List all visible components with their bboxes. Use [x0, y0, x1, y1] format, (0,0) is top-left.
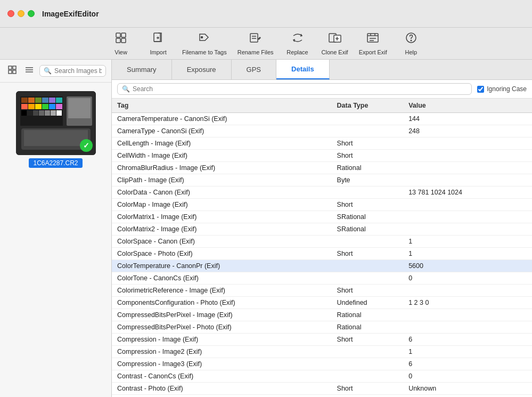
table-row[interactable]: CompressedBitsPerPixel - Image (Exif)Rat… [112, 309, 532, 321]
table-row[interactable]: ChromaBlurRadius - Image (Exif)Rational [112, 162, 532, 174]
toolbar-help[interactable]: Help [398, 31, 424, 55]
table-row[interactable]: ColorTemperature - CanonPr (Exif)5600 [112, 260, 532, 272]
content-search-input[interactable] [133, 85, 467, 93]
app-title: ImageExifEditor [42, 10, 99, 18]
toolbar-rename-files[interactable]: Rename Files [238, 31, 274, 55]
cell-tag: ChromaBlurRadius - Image (Exif) [112, 162, 332, 174]
exif-data-table: Tag Data Type Value CameraTemperature - … [112, 99, 532, 397]
cell-tag: ColorMatrix1 - Image (Exif) [112, 211, 332, 223]
content-search-bar: 🔍 Ignoring Case [112, 80, 532, 99]
tab-gps[interactable]: GPS [232, 60, 276, 79]
tab-summary[interactable]: Summary [112, 60, 172, 79]
table-row[interactable]: ColorimetricReference - Image (Exif)Shor… [112, 285, 532, 297]
table-row[interactable]: ComponentsConfiguration - Photo (Exif)Un… [112, 297, 532, 309]
toolbar-import-label: Import [150, 49, 167, 55]
toolbar-replace-label: Replace [287, 49, 308, 55]
svg-rect-47 [45, 110, 50, 116]
toolbar-replace[interactable]: Replace [284, 31, 311, 55]
table-row[interactable]: ColorSpace - Photo (Exif)Short1 [112, 248, 532, 260]
grid-view-button[interactable] [5, 64, 19, 78]
sidebar-search-input[interactable] [54, 67, 102, 75]
table-row[interactable]: CellLength - Image (Exif)Short [112, 137, 532, 150]
tab-details[interactable]: Details [276, 60, 330, 79]
table-row[interactable]: Copyright - Image (Exif)Ascii [112, 395, 532, 398]
svg-rect-35 [49, 98, 55, 103]
table-row[interactable]: CameraTemperature - CanonSi (Exif)144 [112, 113, 532, 125]
table-row[interactable]: CellWidth - Image (Exif)Short [112, 150, 532, 162]
table-row[interactable]: ColorMap - Image (Exif)Short [112, 199, 532, 211]
cell-value: 0 [403, 272, 532, 285]
table-row[interactable]: CompressedBitsPerPixel - Photo (Exif)Rat… [112, 321, 532, 334]
minimize-button[interactable] [18, 10, 24, 17]
svg-rect-34 [42, 98, 48, 103]
sidebar-toolbar: 🔍 [0, 60, 111, 83]
close-button[interactable] [7, 10, 14, 17]
table-row[interactable]: Contrast - CanonCs (Exif)0 [112, 370, 532, 383]
cell-datatype: Short [332, 334, 404, 346]
toolbar-filename-to-tags[interactable]: Filename to Tags [182, 31, 227, 55]
cell-tag: CameraType - CanonSi (Exif) [112, 125, 332, 137]
cell-tag: CompressedBitsPerPixel - Photo (Exif) [112, 321, 332, 334]
cell-value: 13 781 1024 1024 [403, 187, 532, 199]
table-row[interactable]: Contrast - Photo (Exif)ShortUnknown [112, 383, 532, 395]
cell-value [403, 174, 532, 187]
sidebar-search-box[interactable]: 🔍 [39, 65, 106, 77]
help-icon [405, 31, 418, 47]
ignoring-case-checkbox[interactable] [477, 86, 484, 93]
svg-rect-4 [154, 33, 160, 42]
replace-icon [291, 31, 305, 47]
cell-value [403, 162, 532, 174]
cell-datatype: Short [332, 150, 404, 162]
toolbar: View Import Filename to Tags [0, 28, 532, 60]
content-area: Summary Exposure GPS Details 🔍 Ignoring … [112, 60, 532, 397]
image-item[interactable]: ✓ 1C6A2287.CR2 [9, 91, 103, 168]
table-row[interactable]: ColorData - Canon (Exif)13 781 1024 1024 [112, 187, 532, 199]
cell-datatype: Rational [332, 321, 404, 334]
view-icon [114, 31, 127, 47]
sidebar-search-icon: 🔍 [44, 67, 52, 75]
ignoring-case-container: Ignoring Case [477, 85, 527, 93]
toolbar-import[interactable]: Import [145, 31, 171, 55]
maximize-button[interactable] [28, 10, 35, 17]
cell-datatype [332, 272, 404, 285]
cell-tag: CompressedBitsPerPixel - Image (Exif) [112, 309, 332, 321]
svg-rect-38 [28, 104, 35, 109]
col-datatype: Data Type [332, 99, 404, 113]
toolbar-export-exif[interactable]: Export Exif [359, 31, 387, 55]
svg-rect-32 [28, 98, 35, 103]
table-row[interactable]: CameraType - CanonSi (Exif)248 [112, 125, 532, 137]
cell-value: 1 2 3 0 [403, 297, 532, 309]
cell-tag: Compression - Image3 (Exif) [112, 358, 332, 370]
cell-value: 6 [403, 358, 532, 370]
toolbar-view[interactable]: View [108, 31, 134, 55]
svg-point-21 [411, 40, 412, 41]
svg-rect-44 [27, 110, 32, 116]
tab-exposure[interactable]: Exposure [172, 60, 232, 79]
content-search-box[interactable]: 🔍 [117, 83, 472, 95]
cell-value [403, 150, 532, 162]
table-row[interactable]: ColorSpace - Canon (Exif)1 [112, 236, 532, 248]
table-row[interactable]: ColorMatrix1 - Image (Exif)SRational [112, 211, 532, 223]
table-row[interactable]: Compression - Image3 (Exif)6 [112, 358, 532, 370]
cell-value: 5600 [403, 260, 532, 272]
cell-value [403, 137, 532, 150]
toolbar-clone-exif[interactable]: Clone Exif [322, 31, 348, 55]
list-view-button[interactable] [22, 64, 36, 78]
tabs: Summary Exposure GPS Details [112, 60, 532, 80]
toolbar-rename-label: Rename Files [238, 49, 274, 55]
cell-datatype: Undefined [332, 297, 404, 309]
cell-datatype: Short [332, 285, 404, 297]
table-row[interactable]: ClipPath - Image (Exif)Byte [112, 174, 532, 187]
table-row[interactable]: Compression - Image (Exif)Short6 [112, 334, 532, 346]
toolbar-view-label: View [114, 49, 127, 55]
svg-rect-37 [21, 104, 28, 109]
svg-rect-40 [42, 104, 48, 109]
cell-tag: ColorTone - CanonCs (Exif) [112, 272, 332, 285]
table-row[interactable]: Compression - Image2 (Exif)1 [112, 346, 532, 358]
clone-exif-icon [328, 31, 342, 47]
image-thumbnail: ✓ [16, 91, 96, 155]
cell-value: 1 [403, 236, 532, 248]
cell-datatype: SRational [332, 211, 404, 223]
table-row[interactable]: ColorMatrix2 - Image (Exif)SRational [112, 223, 532, 236]
table-row[interactable]: ColorTone - CanonCs (Exif)0 [112, 272, 532, 285]
